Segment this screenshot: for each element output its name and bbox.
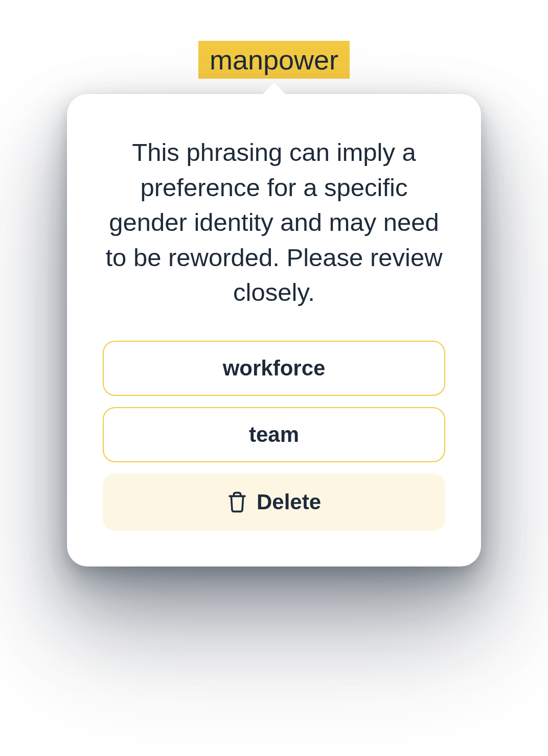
delete-button-label: Delete	[257, 490, 321, 514]
suggestion-option-team[interactable]: team	[103, 407, 445, 462]
suggestion-option-workforce[interactable]: workforce	[103, 341, 445, 396]
highlighted-word[interactable]: manpower	[198, 41, 350, 79]
delete-button[interactable]: Delete	[103, 474, 445, 531]
tooltip-arrow	[262, 83, 286, 95]
trash-icon	[227, 491, 247, 513]
suggestion-description: This phrasing can imply a preference for…	[103, 135, 445, 310]
suggestion-tooltip: This phrasing can imply a preference for…	[67, 94, 481, 566]
